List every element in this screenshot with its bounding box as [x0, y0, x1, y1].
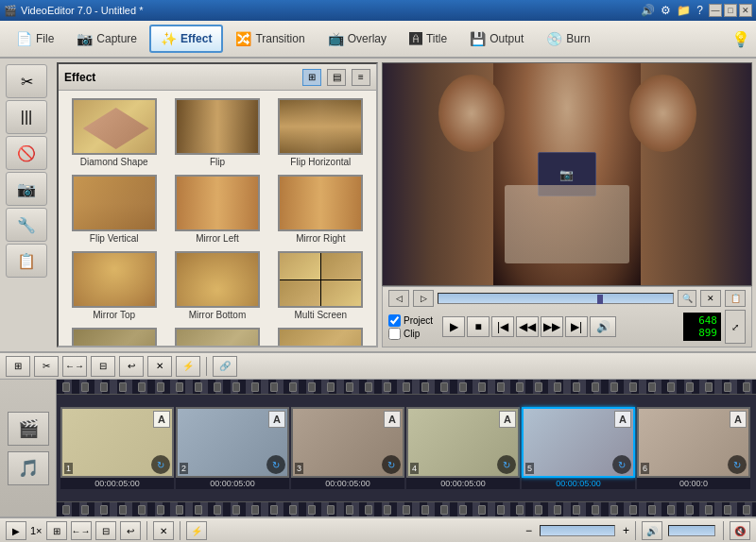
sidebar-tool-adjust[interactable]: ||| [6, 100, 47, 134]
timeline-tool-1[interactable]: ⊞ [6, 356, 30, 377]
file-icon: 📄 [16, 31, 32, 46]
timeline-tool-6[interactable]: ✕ [147, 356, 172, 377]
prev-frame-button[interactable]: |◀ [491, 316, 514, 337]
seek-action-copy[interactable]: 📋 [725, 290, 746, 307]
clip-item-2[interactable]: A 2 ↻ 00:00:05:00 [176, 407, 289, 489]
clip-item-5[interactable]: A 5 ↻ 00:00:05:00 [522, 407, 635, 489]
bottom-separator-4 [723, 521, 724, 540]
view-grid-button[interactable]: ⊞ [302, 69, 321, 86]
bottom-play-button[interactable]: ▶ [6, 521, 26, 540]
sidebar-tool-info[interactable]: 📋 [6, 244, 47, 278]
effect-thumb-flip [175, 98, 260, 155]
effect-item-multi-screen[interactable]: Multi Screen [271, 249, 370, 322]
volume-icon-button[interactable]: 🔊 [642, 521, 662, 540]
seek-slider[interactable] [438, 293, 674, 304]
seek-action-cut[interactable]: ✕ [700, 290, 721, 307]
menu-item-effect[interactable]: ✨ Effect [149, 25, 223, 53]
prev-button[interactable]: ◀◀ [516, 316, 539, 337]
view-detail-button[interactable]: ≡ [352, 69, 370, 86]
film-hole [251, 505, 259, 515]
camera-icon: 📷 [17, 180, 36, 198]
title-icon: 🅰 [409, 31, 422, 46]
seek-prev-button[interactable]: ◁ [388, 290, 409, 307]
clip-item-1[interactable]: A 1 ↻ 00:00:05:00 [60, 407, 174, 489]
audio-track-button[interactable]: 🎵 [8, 451, 49, 485]
project-checkbox[interactable] [388, 314, 401, 327]
fullscreen-button[interactable]: ⤢ [725, 310, 746, 344]
stop-button[interactable]: ■ [467, 316, 490, 337]
project-check-label[interactable]: Project [388, 314, 433, 327]
timeline-tool-2[interactable]: ✂ [34, 356, 59, 377]
film-hole [214, 382, 221, 392]
clip-item-6[interactable]: A 6 ↻ 00:00:0 [637, 407, 750, 489]
effect-item-flip[interactable]: Flip [167, 96, 266, 169]
effect-grid: Diamond Shape Flip Flip Horizontal Flip [59, 91, 376, 346]
bottom-bar: ▶ 1× ⊞ ←→ ⊟ ↩ ✕ ⚡ − + 🔊 🔇 [0, 517, 756, 542]
clip-number-6: 6 [641, 463, 649, 474]
clip-item-3[interactable]: A 3 ↻ 00:00:05:00 [291, 407, 404, 489]
sidebar-tool-filter[interactable]: 🚫 [6, 136, 47, 170]
timeline-body: 🎬 🎵 [0, 380, 756, 517]
film-hole [232, 505, 240, 515]
menu-item-burn[interactable]: 💿 Burn [536, 25, 600, 53]
menu-item-title[interactable]: 🅰 Title [399, 25, 457, 53]
maximize-button[interactable]: □ [724, 4, 737, 17]
minimize-button[interactable]: — [709, 4, 722, 17]
effect-item-mirror-left[interactable]: Mirror Left [167, 173, 266, 246]
mute-button[interactable]: 🔇 [730, 521, 750, 540]
bottom-tool-4[interactable]: ↩ [120, 521, 141, 540]
effect-item-10[interactable] [64, 326, 163, 346]
timeline-tool-5[interactable]: ↩ [119, 356, 144, 377]
menu-item-output[interactable]: 💾 Output [459, 25, 534, 53]
effect-item-flip-horizontal[interactable]: Flip Horizontal [271, 96, 370, 169]
bottom-tool-5[interactable]: ✕ [153, 521, 174, 540]
effect-item-11[interactable] [167, 326, 266, 346]
zoom-minus: − [525, 524, 532, 537]
film-hole [346, 505, 353, 515]
sidebar-tool-capture[interactable]: 📷 [6, 172, 47, 206]
timeline-tool-8[interactable]: 🔗 [213, 356, 237, 377]
effect-item-flip-vertical[interactable]: Flip Vertical [64, 173, 163, 246]
menu-item-transition[interactable]: 🔀 Transition [225, 25, 315, 53]
bottom-tool-2[interactable]: ←→ [71, 521, 92, 540]
effect-item-mirror-right[interactable]: Mirror Right [271, 173, 370, 246]
film-holes-top [57, 382, 756, 392]
view-list-button[interactable]: ▤ [327, 69, 346, 86]
menu-item-overlay[interactable]: 📺 Overlay [318, 25, 397, 53]
clip-thumb-5: A 5 ↻ [522, 407, 635, 478]
volume-slider[interactable] [668, 525, 715, 536]
clip-item-4[interactable]: A 4 ↻ 00:00:05:00 [406, 407, 520, 489]
effect-item-12[interactable] [271, 326, 370, 346]
seek-search-button[interactable]: 🔍 [678, 290, 696, 307]
effect-item-mirror-top[interactable]: Mirror Top [64, 249, 163, 322]
sidebar-tool-settings[interactable]: 🔧 [6, 208, 47, 242]
play-button[interactable]: ▶ [442, 316, 465, 337]
zoom-slider[interactable] [540, 525, 615, 536]
effect-item-diamond-shape[interactable]: Diamond Shape [64, 96, 163, 169]
help-button[interactable]: 💡 [731, 30, 750, 48]
video-track-button[interactable]: 🎬 [8, 412, 49, 446]
clip-check-label[interactable]: Clip [388, 328, 433, 340]
menu-item-file[interactable]: 📄 File [6, 25, 64, 53]
close-button[interactable]: ✕ [739, 4, 752, 17]
film-hole [81, 505, 89, 515]
effect-panel-header: Effect ⊞ ▤ ≡ [59, 64, 376, 91]
effect-thumb-10 [72, 328, 157, 346]
clip-time-2: 00:00:05:00 [176, 478, 289, 489]
timeline-tool-7[interactable]: ⚡ [176, 356, 200, 377]
overlay-label: Overlay [348, 32, 387, 45]
seek-next-button[interactable]: ▷ [413, 290, 434, 307]
menu-item-capture[interactable]: 📷 Capture [66, 25, 147, 53]
bottom-tool-6[interactable]: ⚡ [186, 521, 207, 540]
preview-controls: ◁ ▷ 🔍 ✕ 📋 Project Clip [382, 286, 752, 347]
slow-forward-button[interactable]: ▶▶ [541, 316, 563, 337]
volume-button[interactable]: 🔊 [590, 316, 616, 337]
timeline-tool-4[interactable]: ⊟ [91, 356, 115, 377]
timeline-tool-3[interactable]: ←→ [62, 356, 87, 377]
effect-item-mirror-bottom[interactable]: Mirror Bottom [167, 249, 266, 322]
clip-checkbox[interactable] [388, 328, 401, 340]
bottom-tool-1[interactable]: ⊞ [46, 521, 67, 540]
bottom-tool-3[interactable]: ⊟ [95, 521, 116, 540]
sidebar-tool-cut[interactable]: ✂ [6, 64, 47, 98]
next-button[interactable]: ▶| [565, 316, 588, 337]
